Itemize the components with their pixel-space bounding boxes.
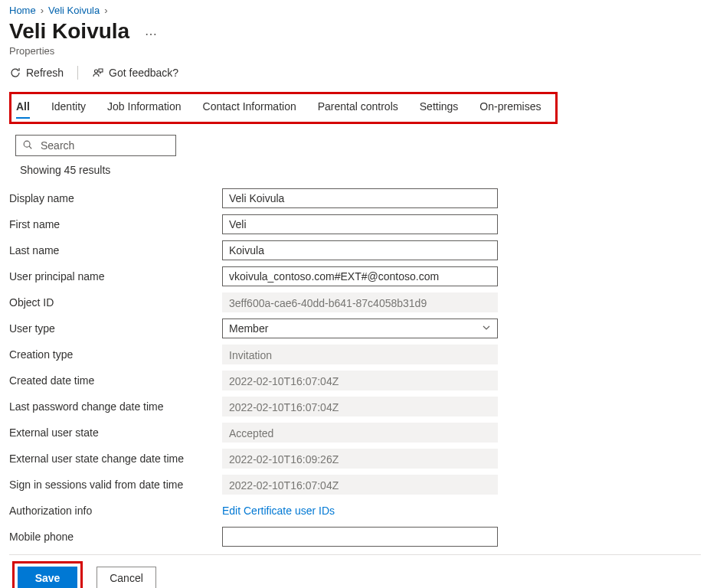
breadcrumb-home[interactable]: Home <box>9 5 36 16</box>
person-feedback-icon <box>92 67 104 79</box>
breadcrumb-current[interactable]: Veli Koivula <box>48 5 100 16</box>
page-subtitle: Properties <box>9 45 701 57</box>
value-ext-state: Accepted <box>222 423 498 443</box>
input-display-name[interactable] <box>222 188 498 208</box>
tab-job-information[interactable]: Job Information <box>107 97 182 117</box>
label-mobile-phone: Mobile phone <box>9 531 222 543</box>
chevron-right-icon: › <box>41 5 44 16</box>
label-last-name: Last name <box>9 244 222 256</box>
label-auth-info: Authorization info <box>9 505 222 517</box>
dropdown-user-type[interactable]: Member <box>222 318 498 338</box>
tab-all[interactable]: All <box>16 97 30 117</box>
input-upn[interactable] <box>222 266 498 286</box>
svg-point-0 <box>95 70 98 73</box>
dropdown-user-type-value: Member <box>229 322 268 335</box>
svg-point-1 <box>24 141 30 147</box>
input-last-name[interactable] <box>222 240 498 260</box>
save-highlight-box: Save <box>12 561 83 588</box>
label-upn: User principal name <box>9 270 222 283</box>
value-object-id: 3eff600a-cae6-40dd-b641-87c4058b31d9 <box>222 292 498 312</box>
value-last-pw-change: 2022-02-10T16:07:04Z <box>222 397 498 416</box>
value-creation-type: Invitation <box>222 345 498 364</box>
value-ext-state-change: 2022-02-10T16:09:26Z <box>222 449 498 469</box>
label-signin-valid: Sign in sessions valid from date time <box>9 479 222 491</box>
input-mobile-phone[interactable] <box>222 527 498 547</box>
page-title: Veli Koivula <box>9 19 129 44</box>
refresh-label: Refresh <box>26 67 64 79</box>
tab-contact-information[interactable]: Contact Information <box>203 97 296 117</box>
cancel-button[interactable]: Cancel <box>97 567 156 588</box>
chevron-right-icon: › <box>104 5 107 16</box>
search-input[interactable] <box>39 139 169 152</box>
tab-parental-controls[interactable]: Parental controls <box>318 97 398 117</box>
svg-line-2 <box>29 146 31 149</box>
label-first-name: First name <box>9 218 222 230</box>
results-count: Showing 45 results <box>20 164 701 176</box>
tabs: All Identity Job Information Contact Inf… <box>16 97 551 117</box>
chevron-down-icon <box>482 322 491 335</box>
more-actions-button[interactable]: ⋯ <box>142 27 160 41</box>
value-created: 2022-02-10T16:07:04Z <box>222 371 498 390</box>
input-first-name[interactable] <box>222 214 498 234</box>
refresh-icon <box>9 67 21 79</box>
label-display-name: Display name <box>9 192 222 204</box>
label-user-type: User type <box>9 322 222 335</box>
feedback-button[interactable]: Got feedback? <box>92 67 178 79</box>
search-box[interactable] <box>15 135 176 156</box>
label-object-id: Object ID <box>9 296 222 309</box>
command-bar: Refresh Got feedback? <box>9 64 701 81</box>
feedback-label: Got feedback? <box>109 67 178 79</box>
divider <box>77 66 78 80</box>
label-last-pw-change: Last password change date time <box>9 400 222 413</box>
search-icon <box>22 139 33 152</box>
breadcrumb: Home › Veli Koivula › <box>9 5 701 16</box>
value-signin-valid: 2022-02-10T16:07:04Z <box>222 475 498 495</box>
tab-identity[interactable]: Identity <box>51 97 86 117</box>
label-ext-state-change: External user state change date time <box>9 452 222 465</box>
tabs-highlight-box: All Identity Job Information Contact Inf… <box>9 92 558 124</box>
label-creation-type: Creation type <box>9 348 222 361</box>
link-edit-certificate-user-ids[interactable]: Edit Certificate user IDs <box>222 505 335 517</box>
tab-settings[interactable]: Settings <box>420 97 459 117</box>
label-ext-state: External user state <box>9 426 222 439</box>
label-created: Created date time <box>9 374 222 387</box>
refresh-button[interactable]: Refresh <box>9 67 64 79</box>
save-button[interactable]: Save <box>18 567 77 588</box>
tab-on-premises[interactable]: On-premises <box>479 97 541 117</box>
properties-form: Display name First name Last name User p… <box>9 185 701 550</box>
bottom-action-bar: Save Cancel <box>9 555 701 588</box>
